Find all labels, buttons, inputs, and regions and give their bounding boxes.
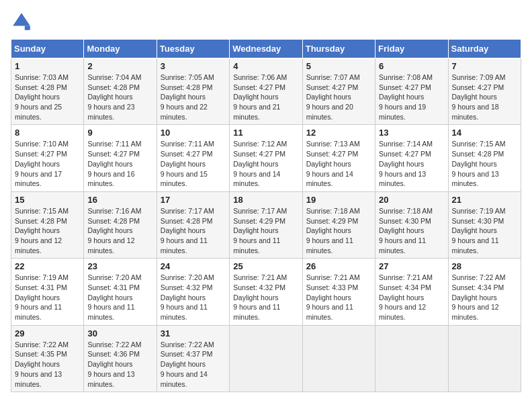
day-number: 30 [87,328,152,338]
calendar-cell: 25 Sunrise: 7:21 AMSunset: 4:32 PMDaylig… [230,259,302,325]
calendar-cell: 24 Sunrise: 7:20 AMSunset: 4:32 PMDaylig… [157,259,229,325]
calendar-cell: 19 Sunrise: 7:18 AMSunset: 4:29 PMDaylig… [302,191,375,258]
weekday-header: Friday [375,40,448,58]
day-number: 10 [161,128,226,138]
weekday-header: Monday [84,40,157,58]
day-info: Sunrise: 7:13 AMSunset: 4:27 PMDaylight … [306,140,360,187]
calendar-week-row: 15 Sunrise: 7:15 AMSunset: 4:28 PMDaylig… [11,191,521,258]
calendar-cell: 20 Sunrise: 7:18 AMSunset: 4:30 PMDaylig… [375,191,448,258]
day-info: Sunrise: 7:21 AMSunset: 4:33 PMDaylight … [306,273,360,321]
calendar-cell: 2 Sunrise: 7:04 AMSunset: 4:28 PMDayligh… [84,58,157,125]
day-number: 31 [161,328,226,338]
svg-marker-0 [13,13,30,26]
calendar-cell [230,325,302,392]
day-info: Sunrise: 7:14 AMSunset: 4:27 PMDaylight … [379,140,433,187]
calendar-cell: 16 Sunrise: 7:16 AMSunset: 4:28 PMDaylig… [84,191,157,258]
day-number: 13 [379,128,444,138]
day-info: Sunrise: 7:22 AMSunset: 4:34 PMDaylight … [452,273,506,321]
day-number: 20 [379,195,444,205]
logo [11,11,35,32]
day-info: Sunrise: 7:05 AMSunset: 4:28 PMDaylight … [161,73,214,121]
calendar-cell: 4 Sunrise: 7:06 AMSunset: 4:27 PMDayligh… [230,58,302,125]
day-info: Sunrise: 7:11 AMSunset: 4:27 PMDaylight … [87,140,141,187]
weekday-header: Tuesday [157,40,229,58]
day-info: Sunrise: 7:19 AMSunset: 4:30 PMDaylight … [452,207,506,255]
calendar-cell: 8 Sunrise: 7:10 AMSunset: 4:27 PMDayligh… [11,125,84,191]
calendar-cell: 27 Sunrise: 7:21 AMSunset: 4:34 PMDaylig… [375,259,448,325]
day-info: Sunrise: 7:17 AMSunset: 4:29 PMDaylight … [233,207,287,255]
day-number: 16 [87,195,152,205]
day-info: Sunrise: 7:15 AMSunset: 4:28 PMDaylight … [15,207,69,255]
header [11,11,521,32]
day-number: 7 [452,61,517,71]
day-number: 14 [452,128,517,138]
calendar-cell: 14 Sunrise: 7:15 AMSunset: 4:28 PMDaylig… [448,125,521,191]
calendar-cell: 22 Sunrise: 7:19 AMSunset: 4:31 PMDaylig… [11,259,84,325]
day-info: Sunrise: 7:22 AMSunset: 4:37 PMDaylight … [161,340,214,388]
day-info: Sunrise: 7:07 AMSunset: 4:27 PMDaylight … [306,73,360,121]
day-info: Sunrise: 7:22 AMSunset: 4:36 PMDaylight … [87,340,141,388]
calendar-week-row: 29 Sunrise: 7:22 AMSunset: 4:35 PMDaylig… [11,325,521,392]
weekday-header: Thursday [302,40,375,58]
day-info: Sunrise: 7:09 AMSunset: 4:27 PMDaylight … [452,73,506,121]
day-info: Sunrise: 7:18 AMSunset: 4:29 PMDaylight … [306,207,360,255]
calendar-week-row: 22 Sunrise: 7:19 AMSunset: 4:31 PMDaylig… [11,259,521,325]
weekday-header: Wednesday [230,40,302,58]
day-number: 15 [15,195,80,205]
weekday-header-row: SundayMondayTuesdayWednesdayThursdayFrid… [11,40,521,58]
calendar-cell: 15 Sunrise: 7:15 AMSunset: 4:28 PMDaylig… [11,191,84,258]
day-info: Sunrise: 7:16 AMSunset: 4:28 PMDaylight … [87,207,141,255]
day-number: 11 [233,128,298,138]
day-number: 3 [161,61,226,71]
logo-icon [11,11,32,32]
day-number: 9 [87,128,152,138]
calendar-cell: 3 Sunrise: 7:05 AMSunset: 4:28 PMDayligh… [157,58,229,125]
day-info: Sunrise: 7:21 AMSunset: 4:34 PMDaylight … [379,273,433,321]
day-info: Sunrise: 7:21 AMSunset: 4:32 PMDaylight … [233,273,287,321]
calendar-cell: 12 Sunrise: 7:13 AMSunset: 4:27 PMDaylig… [302,125,375,191]
calendar-table: SundayMondayTuesdayWednesdayThursdayFrid… [11,39,521,392]
calendar-cell [302,325,375,392]
day-info: Sunrise: 7:20 AMSunset: 4:32 PMDaylight … [161,273,214,321]
day-number: 17 [161,195,226,205]
calendar-cell: 31 Sunrise: 7:22 AMSunset: 4:37 PMDaylig… [157,325,229,392]
calendar-cell: 30 Sunrise: 7:22 AMSunset: 4:36 PMDaylig… [84,325,157,392]
day-number: 21 [452,195,517,205]
calendar-cell: 29 Sunrise: 7:22 AMSunset: 4:35 PMDaylig… [11,325,84,392]
calendar-cell: 18 Sunrise: 7:17 AMSunset: 4:29 PMDaylig… [230,191,302,258]
calendar-cell [375,325,448,392]
svg-marker-1 [25,26,30,30]
weekday-header: Saturday [448,40,521,58]
day-number: 4 [233,61,298,71]
calendar-cell: 13 Sunrise: 7:14 AMSunset: 4:27 PMDaylig… [375,125,448,191]
calendar-week-row: 1 Sunrise: 7:03 AMSunset: 4:28 PMDayligh… [11,58,521,125]
day-info: Sunrise: 7:10 AMSunset: 4:27 PMDaylight … [15,140,69,187]
day-info: Sunrise: 7:12 AMSunset: 4:27 PMDaylight … [233,140,287,187]
calendar-cell: 17 Sunrise: 7:17 AMSunset: 4:28 PMDaylig… [157,191,229,258]
day-number: 19 [306,195,371,205]
day-number: 2 [87,61,152,71]
day-info: Sunrise: 7:11 AMSunset: 4:27 PMDaylight … [161,140,214,187]
calendar-cell: 11 Sunrise: 7:12 AMSunset: 4:27 PMDaylig… [230,125,302,191]
calendar-cell: 5 Sunrise: 7:07 AMSunset: 4:27 PMDayligh… [302,58,375,125]
day-number: 23 [87,261,152,271]
calendar-cell: 10 Sunrise: 7:11 AMSunset: 4:27 PMDaylig… [157,125,229,191]
day-number: 28 [452,261,517,271]
day-number: 5 [306,61,371,71]
day-info: Sunrise: 7:03 AMSunset: 4:28 PMDaylight … [15,73,69,121]
calendar-cell: 1 Sunrise: 7:03 AMSunset: 4:28 PMDayligh… [11,58,84,125]
calendar-cell: 23 Sunrise: 7:20 AMSunset: 4:31 PMDaylig… [84,259,157,325]
day-info: Sunrise: 7:06 AMSunset: 4:27 PMDaylight … [233,73,287,121]
day-info: Sunrise: 7:15 AMSunset: 4:28 PMDaylight … [452,140,506,187]
calendar-week-row: 8 Sunrise: 7:10 AMSunset: 4:27 PMDayligh… [11,125,521,191]
day-number: 6 [379,61,444,71]
calendar-cell: 9 Sunrise: 7:11 AMSunset: 4:27 PMDayligh… [84,125,157,191]
calendar-cell: 21 Sunrise: 7:19 AMSunset: 4:30 PMDaylig… [448,191,521,258]
day-info: Sunrise: 7:18 AMSunset: 4:30 PMDaylight … [379,207,433,255]
day-number: 12 [306,128,371,138]
day-number: 27 [379,261,444,271]
day-info: Sunrise: 7:20 AMSunset: 4:31 PMDaylight … [87,273,141,321]
calendar-cell: 6 Sunrise: 7:08 AMSunset: 4:27 PMDayligh… [375,58,448,125]
weekday-header: Sunday [11,40,84,58]
day-number: 29 [15,328,80,338]
